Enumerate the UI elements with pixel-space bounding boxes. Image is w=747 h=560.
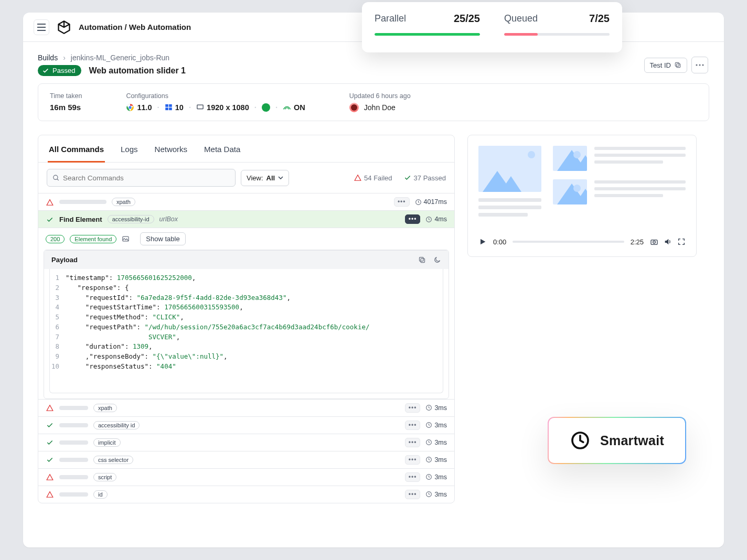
svg-rect-7	[165, 104, 168, 107]
show-table-button[interactable]: Show table	[140, 232, 185, 245]
svg-rect-8	[169, 104, 172, 107]
svg-rect-9	[165, 107, 168, 110]
selector-value: urlBox	[159, 216, 178, 223]
row-more-button[interactable]: •••	[405, 472, 421, 482]
screenshot-thumbnail	[553, 146, 587, 171]
row-more-button[interactable]: •••	[405, 455, 421, 465]
parallel-label: Parallel	[375, 13, 406, 24]
screenshot-thumbnail	[553, 179, 587, 204]
clock-icon	[425, 456, 432, 463]
breadcrumb-run: jenkins-ML_Generic_jobs-Run	[71, 53, 169, 62]
volume-icon[interactable]	[664, 238, 672, 246]
clock-icon	[425, 491, 432, 498]
windows-icon	[165, 103, 173, 111]
svg-point-12	[54, 175, 58, 179]
command-row-selected[interactable]: Find Element accessibility-id urlBox •••…	[38, 210, 454, 228]
duration: 4ms	[425, 216, 447, 223]
copy-icon	[674, 61, 681, 69]
network-config: ON	[283, 103, 305, 112]
test-id-button[interactable]: Test ID	[644, 58, 687, 73]
clock-icon	[425, 216, 432, 223]
svg-rect-1	[675, 62, 679, 66]
command-status-row: 200 Element found Show table	[38, 228, 454, 250]
smartwait-callout: Smartwait	[548, 417, 686, 464]
warning-icon	[46, 404, 54, 412]
command-row[interactable]: implicit ••• 3ms	[38, 434, 454, 451]
search-input[interactable]	[47, 169, 236, 187]
video-panel: 0:00 2:25	[467, 135, 697, 257]
command-row[interactable]: xpath ••• 4017ms	[38, 193, 454, 210]
more-button[interactable]	[691, 57, 708, 73]
command-row[interactable]: id ••• 3ms	[38, 486, 454, 503]
check-icon	[46, 456, 54, 464]
http-status-chip: 200	[46, 235, 65, 243]
avatar	[349, 103, 359, 112]
selector-chip: css selector	[93, 456, 133, 464]
view-filter[interactable]: View: All	[241, 170, 289, 186]
menu-button[interactable]	[34, 19, 49, 35]
check-icon	[46, 215, 54, 223]
selector-chip: xpath	[93, 404, 117, 412]
svg-rect-11	[197, 105, 203, 109]
theme-icon[interactable]	[433, 256, 441, 264]
queued-label: Queued	[504, 13, 538, 24]
progress-bar[interactable]	[513, 241, 624, 243]
chevron-down-icon	[278, 176, 283, 179]
current-time: 0:00	[493, 238, 506, 246]
result-chip: Element found	[70, 235, 116, 243]
search-icon	[52, 174, 60, 182]
svg-point-25	[653, 241, 656, 243]
tab-networks[interactable]: Networks	[154, 135, 189, 162]
user-name: John Doe	[364, 103, 396, 112]
duration: 4017ms	[415, 198, 447, 206]
tab-all-commands[interactable]: All Commands	[48, 135, 105, 163]
image-icon[interactable]	[122, 235, 130, 243]
clock-icon	[425, 473, 432, 480]
warning-icon	[46, 198, 54, 206]
camera-icon[interactable]	[650, 238, 658, 246]
command-row[interactable]: css selector ••• 3ms	[38, 451, 454, 468]
queued-value: 7/25	[589, 13, 610, 25]
svg-point-6	[129, 106, 132, 109]
payload-code: 1"timestamp": 1705665601625252000,2 "res…	[49, 269, 443, 393]
play-icon[interactable]	[478, 238, 487, 246]
row-more-button[interactable]: •••	[405, 490, 421, 499]
command-name: Find Element	[59, 216, 102, 223]
passed-count: 37 Passed	[404, 174, 446, 182]
failed-count: 54 Failed	[354, 174, 392, 182]
smartwait-label: Smartwait	[600, 433, 664, 448]
row-more-button[interactable]: •••	[405, 438, 421, 447]
time-taken-label: Time taken	[50, 92, 82, 100]
svg-rect-0	[677, 64, 680, 68]
command-row[interactable]: accessibility id ••• 3ms	[38, 416, 454, 434]
browser-config: 11.0	[126, 103, 152, 112]
selector-chip: id	[93, 490, 108, 499]
row-more-button[interactable]: •••	[405, 214, 421, 224]
clock-icon	[425, 439, 432, 446]
svg-point-3	[699, 64, 700, 66]
warning-icon	[46, 490, 54, 499]
build-title: Web automation slider 1	[89, 66, 186, 76]
breadcrumb-root[interactable]: Builds	[38, 53, 58, 62]
warning-icon	[46, 473, 54, 481]
payload-label: Payload	[51, 256, 78, 264]
chevron-right-icon: ›	[63, 53, 66, 62]
selector-chip: accessibility id	[93, 421, 140, 429]
clock-icon	[415, 199, 422, 206]
check-icon	[404, 174, 411, 181]
status-badge-label: Passed	[52, 67, 75, 74]
logo	[57, 20, 71, 35]
warning-icon	[354, 174, 361, 181]
selector-chip: implicit	[93, 438, 121, 447]
command-row[interactable]: script ••• 3ms	[38, 468, 454, 486]
row-more-button[interactable]: •••	[405, 403, 421, 413]
tab-logs[interactable]: Logs	[120, 135, 139, 162]
row-more-button[interactable]: •••	[405, 421, 421, 430]
test-id-label: Test ID	[650, 61, 671, 69]
copy-icon[interactable]	[418, 256, 426, 264]
clock-icon	[425, 422, 432, 428]
command-row[interactable]: xpath ••• 3ms	[38, 399, 454, 416]
row-more-button[interactable]: •••	[394, 197, 410, 207]
fullscreen-icon[interactable]	[677, 238, 686, 246]
tab-metadata[interactable]: Meta Data	[203, 135, 241, 162]
